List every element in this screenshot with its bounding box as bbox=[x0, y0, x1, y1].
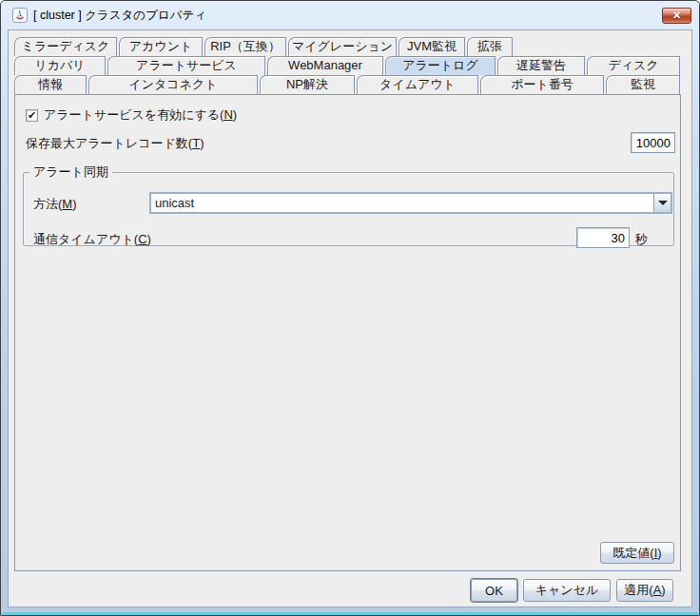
tab-account[interactable]: アカウント bbox=[119, 37, 203, 56]
cancel-button[interactable]: キャンセル bbox=[523, 579, 611, 602]
tab-strip: ミラーディスク アカウント RIP（互換） マイグレーション JVM監視 拡張 … bbox=[14, 37, 686, 94]
properties-dialog: [ cluster ] クラスタのプロパティ ✕ ミラーディスク アカウント R… bbox=[0, 0, 700, 616]
label-text: 既定値( bbox=[612, 546, 653, 560]
tab-port-number[interactable]: ポート番号 bbox=[480, 75, 604, 94]
method-combobox[interactable]: unicast bbox=[149, 192, 672, 214]
enable-alert-service-row: ✔ アラートサービスを有効にする(N) bbox=[26, 106, 237, 124]
tab-interconnect[interactable]: インタコネクト bbox=[88, 75, 258, 94]
tab-disk[interactable]: ディスク bbox=[587, 56, 680, 75]
dialog-client-area: ミラーディスク アカウント RIP（互換） マイグレーション JVM監視 拡張 … bbox=[8, 29, 692, 607]
checkbox-check-icon: ✔ bbox=[28, 110, 36, 121]
tab-rip-compat[interactable]: RIP（互換） bbox=[204, 37, 286, 56]
mnemonic: N bbox=[224, 107, 232, 122]
label-text: 方法( bbox=[33, 197, 62, 211]
tab-delay-warning[interactable]: 遅延警告 bbox=[497, 56, 585, 75]
alert-sync-group-title: アラート同期 bbox=[29, 164, 112, 181]
label-text: ) bbox=[661, 583, 665, 597]
tab-np-resolution[interactable]: NP解決 bbox=[260, 75, 355, 94]
enable-alert-service-label: アラートサービスを有効にする(N) bbox=[44, 106, 237, 124]
tab-row-3: 情報 インタコネクト NP解決 タイムアウト ポート番号 監視 bbox=[14, 75, 686, 94]
tab-row-2: リカバリ アラートサービス WebManager アラートログ 遅延警告 ディス… bbox=[14, 56, 686, 75]
tab-webmanager[interactable]: WebManager bbox=[267, 56, 383, 75]
tab-jvm-monitor[interactable]: JVM監視 bbox=[399, 37, 465, 56]
label-text: 保存最大アラートレコード数( bbox=[26, 136, 192, 150]
method-label: 方法(M) bbox=[33, 196, 77, 213]
close-icon: ✕ bbox=[672, 10, 681, 21]
mnemonic: C bbox=[138, 232, 146, 246]
window-title: [ cluster ] クラスタのプロパティ bbox=[33, 8, 206, 24]
alert-sync-groupbox: アラート同期 方法(M) unicast 通信タイムアウト(C) 秒 bbox=[23, 164, 674, 246]
label-text: ) bbox=[233, 107, 237, 122]
mnemonic: T bbox=[192, 136, 200, 150]
tab-info[interactable]: 情報 bbox=[14, 75, 87, 94]
tab-alert-service[interactable]: アラートサービス bbox=[107, 56, 265, 75]
label-text: アラートサービスを有効にする( bbox=[44, 107, 224, 122]
tab-timeout[interactable]: タイムアウト bbox=[357, 75, 478, 94]
combo-dropdown-button[interactable] bbox=[653, 194, 671, 212]
chevron-down-icon bbox=[658, 201, 668, 205]
comm-timeout-label: 通信タイムアウト(C) bbox=[33, 231, 151, 248]
label-text: 適用( bbox=[624, 583, 652, 597]
ok-button[interactable]: OK bbox=[471, 579, 517, 602]
max-alert-records-label: 保存最大アラートレコード数(T) bbox=[26, 135, 204, 152]
max-alert-records-input[interactable] bbox=[631, 132, 675, 153]
tab-migration[interactable]: マイグレーション bbox=[288, 37, 397, 56]
tab-alert-log[interactable]: アラートログ bbox=[385, 56, 496, 75]
tab-row-1: ミラーディスク アカウント RIP（互換） マイグレーション JVM監視 拡張 bbox=[14, 37, 686, 56]
enable-alert-service-checkbox[interactable]: ✔ bbox=[26, 109, 38, 122]
close-button[interactable]: ✕ bbox=[662, 8, 691, 24]
label-text: ) bbox=[657, 546, 661, 560]
default-value-button[interactable]: 既定値(I) bbox=[600, 542, 674, 564]
java-app-icon bbox=[12, 8, 28, 23]
label-text: 通信タイムアウト( bbox=[33, 232, 138, 246]
label-text: ) bbox=[200, 136, 204, 150]
method-combobox-value: unicast bbox=[151, 194, 653, 212]
tab-monitor[interactable]: 監視 bbox=[606, 75, 680, 94]
tab-recovery[interactable]: リカバリ bbox=[14, 56, 106, 75]
tab-mirror-disk[interactable]: ミラーディスク bbox=[14, 37, 117, 56]
label-text: ) bbox=[147, 232, 151, 246]
alert-log-tab-panel: ✔ アラートサービスを有効にする(N) 保存最大アラートレコード数(T) アラー… bbox=[14, 94, 681, 571]
seconds-unit-label: 秒 bbox=[635, 231, 648, 248]
label-text: ) bbox=[72, 197, 76, 211]
titlebar[interactable]: [ cluster ] クラスタのプロパティ ✕ bbox=[1, 1, 699, 29]
apply-button[interactable]: 適用(A) bbox=[616, 579, 673, 602]
comm-timeout-input[interactable] bbox=[576, 227, 630, 248]
tab-extension[interactable]: 拡張 bbox=[467, 37, 513, 56]
mnemonic: M bbox=[62, 197, 72, 211]
